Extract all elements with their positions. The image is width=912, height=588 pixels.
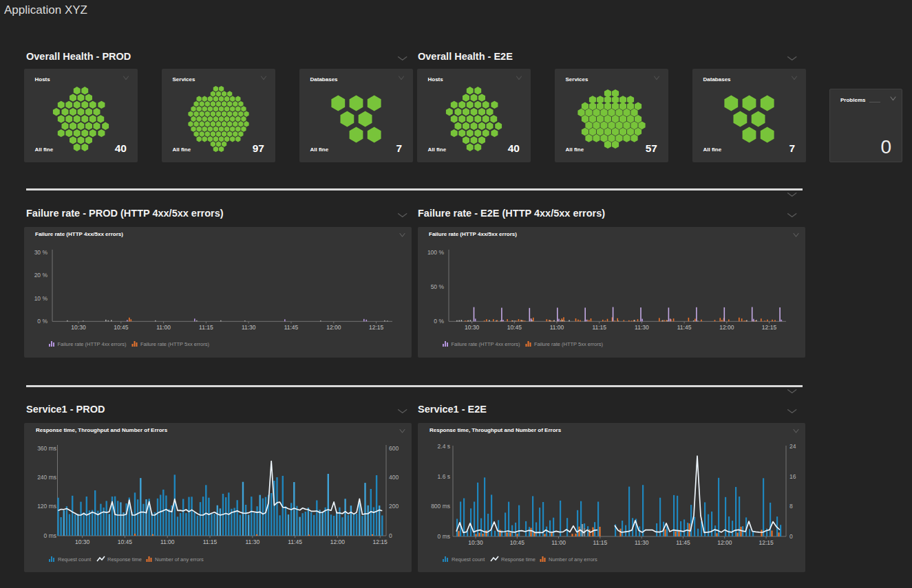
svg-text:57: 57 — [646, 142, 657, 154]
svg-text:16: 16 — [789, 473, 796, 480]
svg-text:11:30: 11:30 — [635, 324, 649, 331]
svg-text:10:30: 10:30 — [468, 539, 483, 546]
svg-text:11:45: 11:45 — [677, 324, 692, 331]
svg-text:Response time: Response time — [107, 556, 142, 563]
svg-text:100 %: 100 % — [427, 249, 445, 256]
svg-text:11:15: 11:15 — [592, 324, 606, 331]
svg-text:Request count: Request count — [452, 556, 485, 563]
svg-text:Failure rate (HTTP 4xx/5xx err: Failure rate (HTTP 4xx/5xx errors) — [429, 231, 517, 237]
svg-text:10:45: 10:45 — [118, 538, 133, 545]
svg-text:10:30: 10:30 — [75, 538, 90, 545]
svg-text:97: 97 — [253, 142, 264, 154]
svg-text:12:15: 12:15 — [369, 324, 384, 331]
svg-text:All fine: All fine — [703, 146, 722, 153]
svg-text:Hosts: Hosts — [35, 76, 51, 83]
svg-text:12:00: 12:00 — [717, 539, 732, 546]
svg-text:12:00: 12:00 — [326, 324, 341, 331]
svg-text:20 %: 20 % — [34, 272, 48, 279]
svg-text:All fine: All fine — [35, 146, 54, 153]
svg-text:7: 7 — [789, 142, 795, 154]
svg-text:Failure rate (HTTP 5xx errors): Failure rate (HTTP 5xx errors) — [534, 341, 603, 347]
svg-text:11:45: 11:45 — [288, 538, 302, 545]
svg-text:12:00: 12:00 — [330, 538, 346, 545]
svg-text:400: 400 — [389, 474, 399, 481]
svg-text:11:00: 11:00 — [551, 539, 566, 546]
svg-text:120 ms: 120 ms — [37, 503, 56, 510]
svg-text:360 ms: 360 ms — [37, 445, 56, 452]
svg-text:0: 0 — [880, 136, 891, 157]
svg-text:11:15: 11:15 — [199, 324, 213, 331]
svg-text:All fine: All fine — [566, 146, 584, 153]
svg-text:8: 8 — [789, 503, 793, 510]
svg-text:Databases: Databases — [310, 76, 339, 83]
svg-text:11:30: 11:30 — [635, 539, 649, 546]
svg-text:600: 600 — [389, 445, 399, 452]
svg-text:40: 40 — [508, 142, 520, 154]
svg-text:10:45: 10:45 — [510, 539, 525, 546]
svg-text:11:00: 11:00 — [550, 324, 564, 331]
svg-text:12:00: 12:00 — [719, 324, 734, 331]
svg-text:200: 200 — [389, 503, 399, 510]
svg-text:11:00: 11:00 — [160, 538, 175, 545]
svg-text:24: 24 — [789, 443, 796, 450]
svg-text:Response time: Response time — [501, 556, 535, 563]
svg-text:Response time, Throughput and: Response time, Throughput and Number of … — [430, 427, 562, 433]
svg-text:800 ms: 800 ms — [431, 503, 450, 510]
svg-text:11:30: 11:30 — [245, 538, 259, 545]
svg-text:7: 7 — [396, 142, 402, 154]
svg-text:Databases: Databases — [703, 76, 732, 83]
svg-text:0: 0 — [389, 532, 392, 539]
svg-text:Number of any errors: Number of any errors — [155, 556, 204, 563]
svg-text:0 %: 0 % — [434, 318, 444, 325]
svg-text:Number of any errors: Number of any errors — [549, 556, 597, 563]
svg-text:Failure rate (HTTP 4xx errors): Failure rate (HTTP 4xx errors) — [58, 341, 127, 347]
svg-text:Request count: Request count — [58, 556, 92, 563]
svg-text:50 %: 50 % — [431, 283, 445, 290]
svg-text:12:15: 12:15 — [373, 538, 388, 545]
svg-text:All fine: All fine — [310, 146, 329, 153]
svg-text:2.4 s: 2.4 s — [438, 443, 450, 450]
svg-text:0 ms: 0 ms — [44, 532, 56, 539]
svg-text:11:30: 11:30 — [242, 324, 256, 331]
svg-text:Services: Services — [566, 76, 588, 83]
svg-text:0 %: 0 % — [37, 318, 47, 325]
svg-text:12:15: 12:15 — [759, 539, 774, 546]
svg-text:11:45: 11:45 — [676, 539, 690, 546]
svg-text:10:30: 10:30 — [465, 324, 480, 331]
svg-text:240 ms: 240 ms — [37, 474, 56, 481]
svg-text:Hosts: Hosts — [428, 76, 444, 83]
svg-text:40: 40 — [115, 142, 127, 154]
svg-text:0 ms: 0 ms — [438, 533, 450, 540]
svg-text:All fine: All fine — [173, 146, 191, 153]
svg-text:Services: Services — [173, 76, 195, 83]
svg-text:10:30: 10:30 — [71, 324, 86, 331]
svg-text:1.6 s: 1.6 s — [438, 473, 450, 480]
svg-text:10:45: 10:45 — [114, 324, 129, 331]
svg-text:12:15: 12:15 — [762, 324, 777, 331]
svg-text:11:00: 11:00 — [156, 324, 171, 331]
svg-text:Problems: Problems — [840, 97, 866, 103]
svg-text:Failure rate (HTTP 4xx errors): Failure rate (HTTP 4xx errors) — [452, 341, 520, 347]
svg-text:10 %: 10 % — [34, 295, 48, 302]
svg-text:0: 0 — [789, 533, 793, 540]
svg-text:30 %: 30 % — [34, 249, 48, 256]
svg-text:11:15: 11:15 — [593, 539, 608, 546]
svg-text:Failure rate (HTTP 4xx/5xx err: Failure rate (HTTP 4xx/5xx errors) — [35, 231, 123, 237]
svg-text:11:45: 11:45 — [284, 324, 299, 331]
svg-text:All fine: All fine — [428, 146, 447, 153]
svg-text:11:15: 11:15 — [203, 538, 218, 545]
svg-text:Failure rate (HTTP 5xx errors): Failure rate (HTTP 5xx errors) — [140, 341, 209, 347]
svg-text:Response time, Throughput and: Response time, Throughput and Number of … — [36, 427, 168, 433]
svg-text:10:45: 10:45 — [507, 324, 522, 331]
